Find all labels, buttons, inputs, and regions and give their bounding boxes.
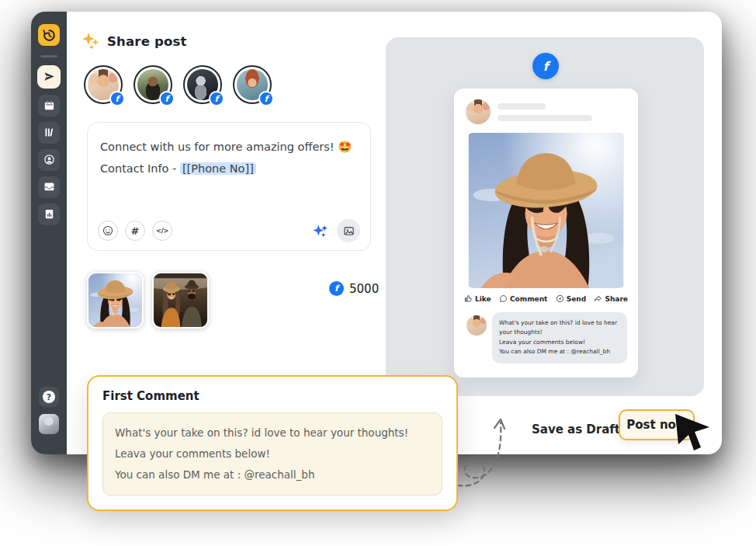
preview-comment-avatar bbox=[466, 315, 487, 336]
post-text-line2: Contact Info - [[Phone No]] bbox=[100, 158, 358, 179]
analytics-icon bbox=[43, 208, 55, 220]
comment-icon bbox=[499, 294, 508, 303]
preview-action-row: Like Comment Send bbox=[464, 294, 628, 303]
first-comment-line: What's your take on this? id love to hea… bbox=[115, 423, 430, 443]
like-button[interactable]: Like bbox=[464, 294, 491, 303]
phone-placeholder-token[interactable]: [[Phone No]] bbox=[180, 162, 256, 175]
post-text-line1: Connect with us for more amazing offers!… bbox=[100, 136, 358, 158]
like-label: Like bbox=[475, 295, 491, 303]
facebook-badge-icon: f bbox=[159, 91, 175, 106]
facebook-icon: f bbox=[329, 281, 344, 296]
sidebar: ? bbox=[31, 12, 67, 454]
send-circle-icon bbox=[556, 294, 564, 303]
media-thumbnail-couple[interactable] bbox=[152, 272, 209, 329]
share-button[interactable]: Share bbox=[594, 294, 628, 303]
image-icon bbox=[343, 225, 355, 237]
profile-avatar[interactable] bbox=[39, 414, 59, 434]
sidebar-item-analytics[interactable] bbox=[38, 203, 60, 225]
first-comment-input[interactable]: What's your take on this? id love to hea… bbox=[102, 412, 442, 496]
facebook-platform-icon: f bbox=[532, 53, 559, 79]
app-window: ? Share post f f f bbox=[31, 12, 722, 454]
thumbs-up-icon bbox=[464, 294, 473, 303]
composer-toolbar: # </> bbox=[98, 219, 360, 242]
page-title: Share post bbox=[107, 34, 187, 49]
first-comment-line: Leava your comments below! bbox=[115, 443, 430, 464]
preview-post-image bbox=[466, 133, 626, 288]
connected-accounts-row: f f f f bbox=[84, 65, 272, 104]
help-button[interactable]: ? bbox=[39, 387, 59, 407]
first-comment-card: First Comment What's your take on this? … bbox=[87, 375, 458, 511]
character-count: 5000 bbox=[349, 282, 379, 296]
send-button[interactable]: Send bbox=[556, 294, 586, 303]
post-text-prefix: Contact Info - bbox=[100, 162, 180, 175]
ai-sparkles-button[interactable] bbox=[312, 222, 329, 239]
account-avatar-2[interactable]: f bbox=[134, 65, 172, 104]
add-media-button[interactable] bbox=[337, 219, 360, 242]
share-label: Share bbox=[605, 295, 628, 303]
hashtag-icon: # bbox=[131, 225, 140, 237]
library-icon bbox=[43, 127, 55, 138]
emoji-icon bbox=[102, 225, 113, 236]
question-icon: ? bbox=[43, 391, 55, 403]
emoji-button[interactable] bbox=[98, 221, 118, 241]
sidebar-divider bbox=[40, 55, 57, 57]
comment-button[interactable]: Comment bbox=[499, 294, 547, 303]
post-text[interactable]: Connect with us for more amazing offers!… bbox=[88, 123, 370, 180]
sidebar-item-library[interactable] bbox=[38, 122, 60, 144]
first-comment-line: You can also DM me at : @reachall_bh bbox=[115, 464, 430, 485]
hashtag-button[interactable]: # bbox=[125, 221, 145, 241]
facebook-post-preview: Like Comment Send bbox=[454, 89, 638, 377]
clock-history-icon bbox=[42, 28, 57, 43]
account-avatar-4[interactable]: f bbox=[233, 65, 272, 104]
send-label: Send bbox=[567, 295, 586, 303]
user-circle-icon bbox=[43, 154, 55, 165]
sidebar-item-members[interactable] bbox=[38, 149, 60, 171]
account-avatar-1[interactable]: f bbox=[84, 65, 123, 104]
calendar-icon bbox=[43, 99, 55, 111]
character-counter: f 5000 bbox=[329, 281, 379, 296]
first-comment-title: First Comment bbox=[102, 389, 442, 403]
screenshot-stage: ? Share post f f f bbox=[0, 0, 756, 546]
send-icon bbox=[43, 71, 55, 82]
share-arrow-icon bbox=[594, 294, 602, 303]
preview-first-comment-bubble: What's your take on this? id love to hea… bbox=[492, 312, 627, 363]
sidebar-item-calendar[interactable] bbox=[38, 95, 60, 117]
code-snippet-button[interactable]: </> bbox=[152, 221, 172, 241]
preview-panel: f Like bbox=[386, 37, 704, 396]
facebook-badge-icon: f bbox=[209, 91, 224, 106]
sidebar-item-publish[interactable] bbox=[37, 65, 61, 89]
media-thumbnail-selfie[interactable] bbox=[87, 272, 144, 329]
account-avatar-3[interactable]: f bbox=[183, 65, 222, 104]
mouse-cursor-icon bbox=[672, 412, 714, 455]
skeleton-bar bbox=[498, 103, 546, 110]
code-icon: </> bbox=[156, 227, 168, 235]
inbox-icon bbox=[43, 181, 55, 193]
sidebar-bottom-group: ? bbox=[31, 387, 67, 434]
comment-label: Comment bbox=[510, 295, 547, 303]
post-composer[interactable]: Connect with us for more amazing offers!… bbox=[87, 122, 371, 251]
preview-profile-avatar bbox=[466, 99, 491, 124]
app-logo[interactable] bbox=[38, 24, 60, 46]
sparkles-icon bbox=[81, 31, 101, 51]
save-as-draft-button[interactable]: Save as Draft bbox=[532, 423, 620, 436]
facebook-badge-icon: f bbox=[258, 91, 274, 106]
attached-media-row bbox=[87, 272, 209, 329]
sidebar-item-inbox[interactable] bbox=[38, 176, 60, 198]
facebook-badge-icon: f bbox=[109, 91, 125, 106]
skeleton-bar bbox=[498, 115, 592, 121]
